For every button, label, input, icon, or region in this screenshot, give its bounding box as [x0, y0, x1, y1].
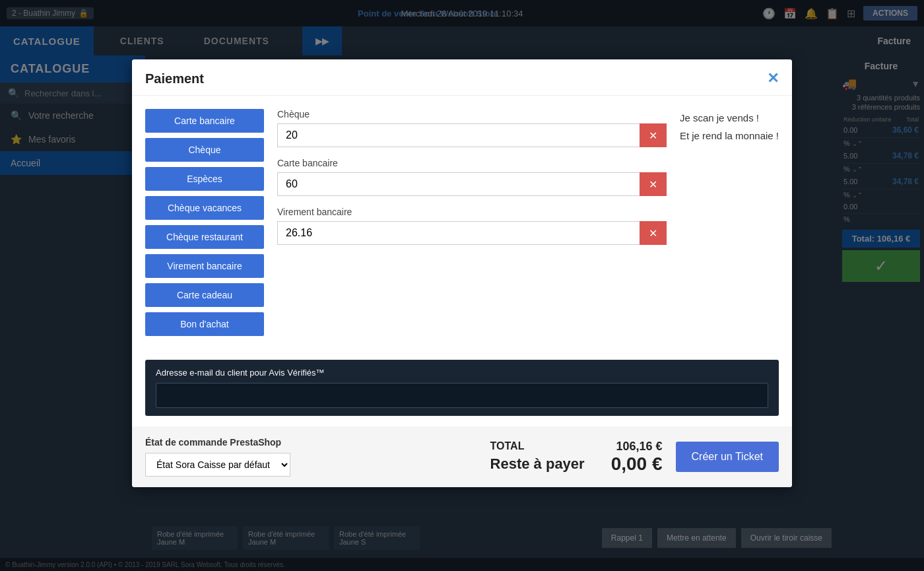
message-box: Je scan je vends ! Et je rend la monnaie… — [680, 109, 779, 347]
modal-title: Paiement — [145, 71, 204, 86]
total-value: 106,16 € — [616, 440, 662, 453]
virement-clear-button[interactable]: ✕ — [640, 221, 667, 245]
virement-input[interactable] — [277, 221, 640, 245]
modal-footer: État de commande PrestaShop État Sora Ca… — [132, 426, 792, 487]
cheque-input[interactable] — [277, 123, 640, 147]
virement-label: Virement bancaire — [277, 207, 667, 217]
reste-label: Reste à payer — [490, 455, 585, 473]
create-ticket-button[interactable]: Créer un Ticket — [676, 442, 779, 472]
btn-cheque[interactable]: Chèque — [145, 138, 264, 162]
virement-row: ✕ — [277, 221, 667, 245]
cheque-row: ✕ — [277, 123, 667, 147]
virement-field-group: Virement bancaire ✕ — [277, 207, 667, 245]
reste-value: 0,00 € — [611, 453, 663, 475]
order-state-label: État de commande PrestaShop — [145, 437, 290, 448]
modal-close-button[interactable]: ✕ — [767, 70, 779, 87]
carte-bancaire-input[interactable] — [277, 172, 640, 196]
btn-virement-bancaire[interactable]: Virement bancaire — [145, 254, 264, 278]
payment-modal: Paiement ✕ Carte bancaire Chèque Espèces… — [132, 59, 792, 487]
cheque-label: Chèque — [277, 109, 667, 119]
btn-cheque-vacances[interactable]: Chèque vacances — [145, 196, 264, 220]
email-label: Adresse e-mail du client pour Avis Vérif… — [156, 368, 768, 378]
carte-bancaire-field-group: Carte bancaire ✕ — [277, 158, 667, 196]
btn-especes[interactable]: Espèces — [145, 167, 264, 191]
payment-fields: Chèque ✕ Carte bancaire ✕ Virement banca… — [277, 109, 667, 347]
total-block: TOTAL 106,16 € Reste à payer 0,00 € — [490, 440, 663, 475]
payment-methods: Carte bancaire Chèque Espèces Chèque vac… — [145, 109, 264, 347]
reste-line: Reste à payer 0,00 € — [490, 453, 663, 475]
carte-bancaire-clear-button[interactable]: ✕ — [640, 172, 667, 196]
modal-email-section: Adresse e-mail du client pour Avis Vérif… — [145, 360, 779, 416]
carte-bancaire-row: ✕ — [277, 172, 667, 196]
cheque-field-group: Chèque ✕ — [277, 109, 667, 147]
message-line2: Et je rend la monnaie ! — [680, 127, 779, 145]
modal-body: Carte bancaire Chèque Espèces Chèque vac… — [132, 96, 792, 360]
message-line1: Je scan je vends ! — [680, 109, 779, 127]
cheque-clear-button[interactable]: ✕ — [640, 123, 667, 147]
order-state-select[interactable]: État Sora Caisse par défaut — [145, 453, 290, 477]
btn-carte-cadeau[interactable]: Carte cadeau — [145, 283, 264, 307]
btn-carte-bancaire[interactable]: Carte bancaire — [145, 109, 264, 133]
btn-cheque-restaurant[interactable]: Chèque restaurant — [145, 225, 264, 249]
total-area: TOTAL 106,16 € Reste à payer 0,00 € Crée… — [490, 440, 779, 475]
carte-bancaire-label: Carte bancaire — [277, 158, 667, 168]
modal-header: Paiement ✕ — [132, 59, 792, 96]
order-state: État de commande PrestaShop État Sora Ca… — [145, 437, 290, 477]
btn-bon-achat[interactable]: Bon d'achat — [145, 312, 264, 336]
email-input[interactable] — [156, 383, 768, 408]
total-label: TOTAL — [490, 440, 525, 452]
total-line: TOTAL 106,16 € — [490, 440, 663, 453]
